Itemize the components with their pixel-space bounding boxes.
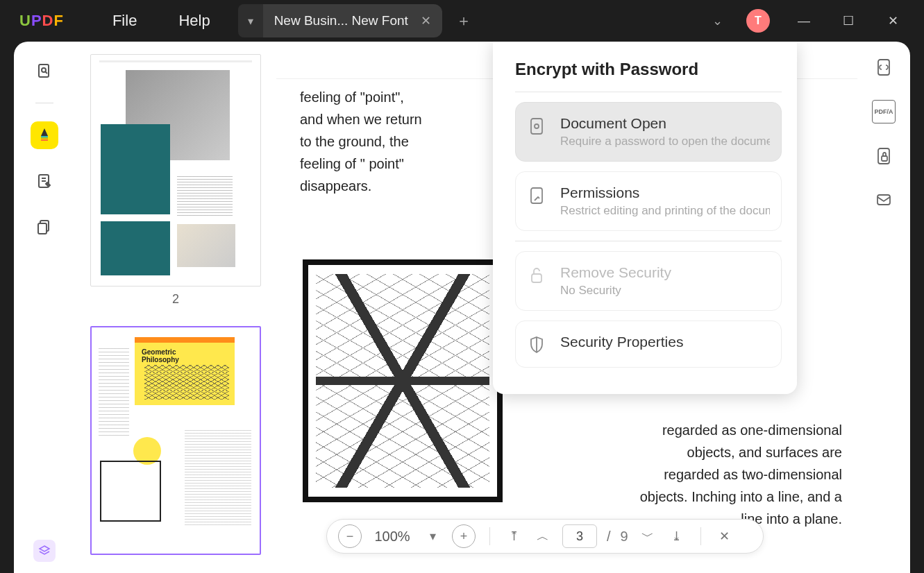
highlight-tool[interactable] [31, 121, 58, 149]
window-controls: ⌄ T — ☐ ✕ [712, 0, 924, 42]
shield-icon [527, 335, 546, 354]
option-remove-security[interactable]: Remove Security No Security [515, 251, 782, 311]
tab-strip: ▾ New Busin... New Font ✕ ＋ [238, 0, 471, 42]
chevron-down-icon[interactable]: ⌄ [712, 13, 723, 28]
svg-point-14 [535, 124, 539, 128]
panel-title: Encrypt with Password [515, 60, 782, 79]
pdfa-tool[interactable]: PDF/A [872, 100, 896, 123]
right-toolbar: PDF/A [857, 42, 910, 573]
convert-tool[interactable] [872, 55, 896, 79]
zoom-out-button[interactable]: − [338, 524, 362, 548]
separator [489, 527, 490, 545]
thumbnail-page-3[interactable]: GeometricPhilosophy [90, 326, 261, 555]
user-avatar[interactable]: T [746, 9, 770, 33]
protect-tool[interactable] [872, 144, 896, 168]
body-text: regarded as one-dimensional objects, and… [634, 419, 842, 530]
permissions-icon [527, 186, 546, 205]
option-subtitle: Restrict editing and printing of the doc… [560, 204, 770, 218]
svg-marker-3 [41, 128, 48, 136]
minimize-button[interactable]: — [793, 14, 814, 28]
tab-add-button[interactable]: ＋ [456, 10, 471, 31]
svg-rect-16 [532, 274, 541, 282]
menu-file[interactable]: File [112, 12, 137, 30]
edit-tool[interactable] [31, 167, 58, 195]
thumbnail-number: 2 [90, 292, 261, 307]
svg-rect-15 [531, 188, 542, 203]
option-title: Security Properties [560, 334, 770, 350]
svg-rect-21 [877, 195, 890, 205]
option-title: Remove Security [560, 264, 770, 281]
menu-bar: File Help [112, 12, 210, 30]
app-logo: UPDF [19, 12, 64, 30]
tab-close-icon[interactable]: ✕ [421, 13, 431, 28]
pages-tool[interactable] [31, 213, 58, 241]
page-navigator: − 100% ▾ + ⤒ ︿ 3 / 9 ﹀ ⤓ ✕ [326, 519, 764, 554]
svg-rect-9 [38, 223, 47, 234]
page-input[interactable]: 3 [562, 524, 597, 548]
option-document-open[interactable]: Document Open Require a password to open… [515, 102, 782, 162]
left-toolbar [14, 42, 75, 573]
prev-page-icon[interactable]: ︿ [533, 528, 553, 545]
thumbnails-panel: 2 GeometricPhilosophy [75, 42, 276, 573]
svg-line-2 [45, 71, 47, 74]
document-view: S U feeling of "point", and when we retu… [276, 42, 857, 573]
encrypt-panel: Encrypt with Password Document Open Requ… [493, 42, 797, 394]
zoom-in-button[interactable]: + [452, 524, 476, 548]
separator [700, 527, 701, 545]
share-tool[interactable] [872, 189, 896, 212]
document-icon [527, 117, 546, 136]
option-permissions[interactable]: Permissions Restrict editing and printin… [515, 171, 782, 231]
separator [515, 92, 782, 92]
option-title: Permissions [560, 185, 770, 201]
zoom-value[interactable]: 100% [371, 529, 413, 545]
page-total: 9 [621, 529, 628, 545]
toolbar-separator [35, 103, 53, 103]
tab-title: New Busin... New Font [274, 13, 408, 28]
maximize-button[interactable]: ☐ [838, 13, 859, 28]
unlock-icon [527, 266, 546, 285]
last-page-icon[interactable]: ⤓ [667, 529, 687, 544]
main-area: 2 GeometricPhilosophy S U feeling of "po… [14, 42, 910, 573]
option-title: Document Open [560, 115, 770, 132]
layers-button[interactable] [33, 540, 56, 562]
close-navigator-icon[interactable]: ✕ [715, 529, 734, 544]
document-tab[interactable]: New Busin... New Font ✕ [263, 4, 442, 37]
menu-help[interactable]: Help [178, 12, 210, 30]
tab-dropdown[interactable]: ▾ [238, 4, 263, 37]
next-page-icon[interactable]: ﹀ [638, 528, 657, 545]
titlebar: UPDF File Help ▾ New Busin... New Font ✕… [0, 0, 924, 42]
zoom-dropdown-icon[interactable]: ▾ [423, 529, 442, 544]
first-page-icon[interactable]: ⤒ [504, 529, 523, 544]
separator [515, 241, 782, 241]
close-window-button[interactable]: ✕ [882, 13, 903, 28]
search-tool[interactable] [31, 57, 58, 85]
geometric-image [303, 259, 503, 502]
option-security-properties[interactable]: Security Properties [515, 320, 782, 368]
svg-rect-0 [39, 65, 49, 77]
option-subtitle: No Security [560, 284, 770, 298]
svg-marker-10 [40, 546, 49, 551]
svg-rect-20 [882, 156, 887, 161]
thumbnail-page-2[interactable] [90, 54, 261, 286]
svg-rect-4 [41, 136, 48, 141]
body-text: feeling of "point", and when we return t… [300, 86, 425, 197]
option-subtitle: Require a password to open the document [560, 135, 770, 148]
svg-rect-13 [531, 119, 542, 134]
page-separator: / [607, 529, 611, 545]
